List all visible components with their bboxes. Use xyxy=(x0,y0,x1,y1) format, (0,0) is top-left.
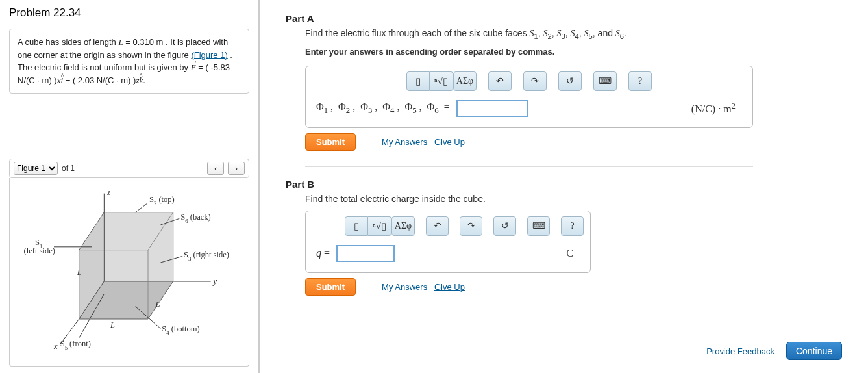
provide-feedback-link[interactable]: Provide Feedback xyxy=(706,346,775,356)
template-button[interactable]: ▯ xyxy=(406,71,430,91)
text: = ( -5.83 xyxy=(196,62,230,72)
edge-L-3: L xyxy=(155,300,160,309)
part-a-my-answers-link[interactable]: My Answers xyxy=(382,137,427,147)
right-panel: Part A Find the electric flux through ea… xyxy=(260,0,868,373)
axis-z-label: z xyxy=(106,188,110,197)
var-L: L xyxy=(118,37,123,47)
answer-toolbar-a: ▯ ⁿ√▯ ΑΣφ ↶ ↷ ↺ ⌨ ? xyxy=(306,66,752,96)
face-s2: S2 (top) xyxy=(149,195,175,207)
figure-selector[interactable]: Figure 1 xyxy=(14,162,58,175)
text: . xyxy=(143,75,145,85)
keyboard-button[interactable]: ⌨ xyxy=(593,71,617,91)
ihat: i xyxy=(60,75,63,85)
part-a-unit: (N/C) · m2 xyxy=(691,101,742,115)
redo-button[interactable]: ↷ xyxy=(460,216,482,236)
part-b-submit-button[interactable]: Submit xyxy=(305,278,356,296)
part-a-instruction: Enter your answers in ascending order se… xyxy=(305,47,855,57)
figure-prev-button[interactable]: ‹ xyxy=(207,162,224,175)
khat: k xyxy=(139,75,143,85)
problem-title: Problem 22.34 xyxy=(9,6,249,19)
axis-x-label: x xyxy=(53,342,58,351)
part-b-var-label: q = xyxy=(316,248,330,259)
sqrt-button[interactable]: ⁿ√▯ xyxy=(368,216,391,236)
unit: N/(C · m) ) xyxy=(18,75,57,85)
unit: N/(C · m) ) xyxy=(97,75,136,85)
left-panel: Problem 22.34 A cube has sides of length… xyxy=(0,0,260,373)
sqrt-button[interactable]: ⁿ√▯ xyxy=(430,71,453,91)
reset-button[interactable]: ↺ xyxy=(558,71,582,91)
part-b-answer-input[interactable] xyxy=(336,245,395,262)
face-s6: S6 (back) xyxy=(180,212,211,224)
part-b-my-answers-link[interactable]: My Answers xyxy=(382,282,427,292)
part-a-input-row: Φ1 , Φ2 , Φ3 , Φ4 , Φ5 , Φ6 = (N/C) · m2 xyxy=(306,96,752,127)
part-b-give-up-link[interactable]: Give Up xyxy=(434,282,465,292)
part-a-var-label: Φ1 , Φ2 , Φ3 , Φ4 , Φ5 , Φ6 = xyxy=(316,101,450,116)
part-b-question: Find the total electric charge inside th… xyxy=(305,194,855,204)
part-a-submit-button[interactable]: Submit xyxy=(305,133,356,151)
cube-figure: z y x L L L S1 (left side) S2 (top) S6 (… xyxy=(16,185,242,359)
unit: m xyxy=(156,37,164,47)
text: = 0.310 xyxy=(123,37,156,47)
part-a-heading: Part A xyxy=(286,13,855,24)
template-button[interactable]: ▯ xyxy=(345,216,368,236)
part-a-question: Find the electric flux through each of t… xyxy=(305,28,855,40)
part-b-unit: C xyxy=(566,248,580,259)
part-a-answer-box: ▯ ⁿ√▯ ΑΣφ ↶ ↷ ↺ ⌨ ? Φ1 , Φ2 , Φ3 , Φ4 , … xyxy=(305,66,753,128)
part-b-input-row: q = C xyxy=(306,241,590,272)
part-b-answer-box: ▯ ⁿ√▯ ΑΣφ ↶ ↷ ↺ ⌨ ? q = C xyxy=(305,211,591,273)
face-s5: S5 (front) xyxy=(60,339,91,351)
help-button[interactable]: ? xyxy=(561,216,584,236)
part-a-actions: Submit My Answers Give Up xyxy=(305,133,855,151)
problem-statement: A cube has sides of length L = 0.310 m .… xyxy=(9,29,249,94)
svg-line-10 xyxy=(136,203,148,212)
undo-button[interactable]: ↶ xyxy=(488,71,512,91)
svg-marker-0 xyxy=(104,212,173,281)
text: A cube has sides of length xyxy=(18,37,118,47)
part-b-heading: Part B xyxy=(286,179,855,190)
face-s4: S4 (bottom) xyxy=(162,324,199,336)
edge-L-2: L xyxy=(110,320,115,329)
keyboard-button[interactable]: ⌨ xyxy=(527,216,550,236)
part-b-actions: Submit My Answers Give Up xyxy=(305,278,855,296)
continue-button[interactable]: Continue xyxy=(786,342,842,360)
redo-button[interactable]: ↷ xyxy=(523,71,547,91)
figure-count: of 1 xyxy=(62,164,75,173)
figure-area: z y x L L L S1 (left side) S2 (top) S6 (… xyxy=(9,178,249,367)
greek-button[interactable]: ΑΣφ xyxy=(391,216,415,236)
footer: Provide Feedback Continue xyxy=(286,338,855,367)
figure-next-button[interactable]: › xyxy=(228,162,245,175)
answer-toolbar-b: ▯ ⁿ√▯ ΑΣφ ↶ ↷ ↺ ⌨ ? xyxy=(306,211,590,241)
edge-L-1: L xyxy=(77,268,82,277)
face-s3: S3 (right side) xyxy=(184,250,229,262)
vec-E: →E xyxy=(191,62,196,72)
axis-y-label: y xyxy=(212,277,217,286)
divider xyxy=(305,166,753,167)
part-a-give-up-link[interactable]: Give Up xyxy=(434,137,465,147)
reset-button[interactable]: ↺ xyxy=(493,216,516,236)
help-button[interactable]: ? xyxy=(628,71,652,91)
figure-toolbar: Figure 1 of 1 ‹ › xyxy=(9,159,249,178)
undo-button[interactable]: ↶ xyxy=(426,216,449,236)
greek-button[interactable]: ΑΣφ xyxy=(453,71,477,91)
text: + ( 2.03 xyxy=(63,75,97,85)
face-s1-sub: (left side) xyxy=(24,246,55,255)
part-a-answer-input[interactable] xyxy=(456,100,528,117)
